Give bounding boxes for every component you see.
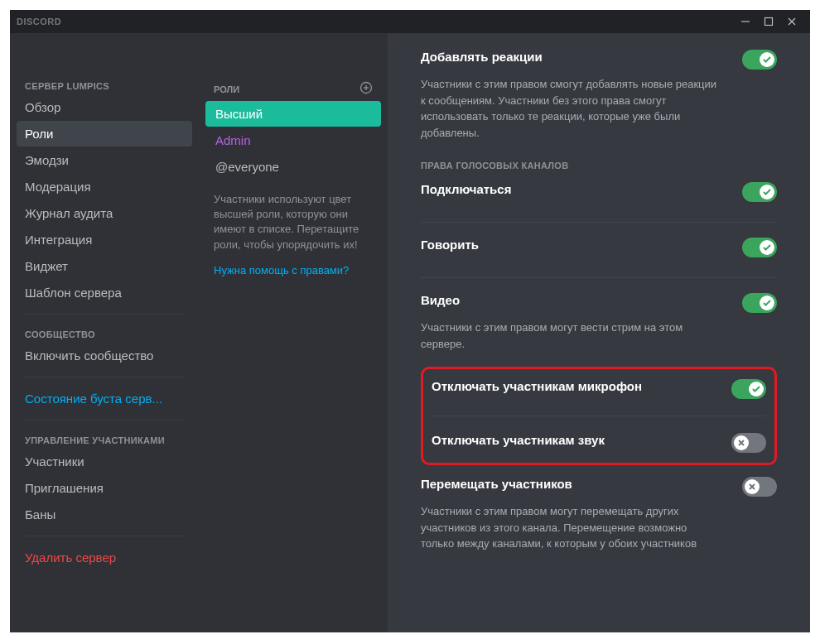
- svg-rect-1: [765, 18, 773, 26]
- role-item-highest[interactable]: Высший: [205, 101, 381, 127]
- perm-title: Отключать участникам микрофон: [432, 379, 642, 393]
- x-icon: [736, 438, 746, 448]
- toggle-connect[interactable]: [742, 182, 777, 202]
- permissions-panel: Добавлять реакции Участники с этим право…: [388, 33, 810, 632]
- nav-delete-server[interactable]: Удалить сервер: [17, 545, 192, 570]
- perm-title: Отключать участникам звук: [432, 433, 605, 447]
- perm-move-members: Перемещать участников Участники с этим п…: [421, 477, 777, 552]
- perm-desc: Участники с этим правом смогут добавлять…: [421, 76, 719, 141]
- check-icon: [762, 187, 772, 197]
- plus-circle-icon: [359, 81, 373, 94]
- roles-hint-text: Участники используют цвет высшей роли, к…: [205, 180, 381, 259]
- perm-title: Говорить: [421, 238, 479, 252]
- nav-roles[interactable]: Роли: [17, 121, 192, 147]
- role-item-admin[interactable]: Admin: [205, 127, 381, 153]
- check-icon: [762, 298, 772, 308]
- nav-boost-status[interactable]: Состояние буста серв...: [17, 386, 192, 411]
- perm-add-reactions: Добавлять реакции Участники с этим право…: [421, 50, 777, 141]
- nav-invites[interactable]: Приглашения: [17, 475, 192, 501]
- check-icon: [762, 243, 772, 252]
- perm-video: Видео Участники с этим правом могут вест…: [421, 293, 777, 352]
- nav-overview[interactable]: Обзор: [17, 94, 192, 120]
- roles-header-label: РОЛИ: [214, 84, 239, 94]
- highlight-annotation: Отключать участникам микрофон Отключать …: [421, 367, 777, 465]
- window-close-button[interactable]: [780, 12, 803, 31]
- window-maximize-button[interactable]: [757, 12, 780, 31]
- add-role-button[interactable]: [359, 81, 373, 98]
- perm-divider: [421, 222, 777, 223]
- role-item-everyone[interactable]: @everyone: [205, 154, 381, 180]
- content-area: СЕРВЕР LUMPICS Обзор Роли Эмодзи Модерац…: [10, 33, 810, 632]
- settings-sidebar: СЕРВЕР LUMPICS Обзор Роли Эмодзи Модерац…: [10, 33, 199, 632]
- perm-desc: Участники с этим правом могут перемещать…: [421, 503, 719, 552]
- nav-enable-community[interactable]: Включить сообщество: [17, 343, 192, 368]
- titlebar: DISCORD: [10, 10, 810, 33]
- sidebar-header-members: УПРАВЛЕНИЕ УЧАСТНИКАМИ: [17, 429, 192, 449]
- nav-integrations[interactable]: Интеграция: [17, 227, 192, 252]
- perm-connect: Подключаться: [421, 182, 777, 202]
- nav-divider: [25, 377, 184, 377]
- perm-title: Перемещать участников: [421, 477, 572, 491]
- perm-divider: [432, 416, 766, 416]
- nav-emoji[interactable]: Эмодзи: [17, 147, 192, 173]
- perm-desc: Участники с этим правом могут вести стри…: [421, 320, 719, 352]
- sidebar-header-community: СООБЩЕСТВО: [17, 323, 192, 343]
- window-minimize-button[interactable]: [734, 12, 757, 31]
- x-icon: [747, 482, 757, 492]
- check-icon: [762, 55, 772, 65]
- check-icon: [751, 384, 761, 394]
- minimize-icon: [740, 17, 750, 26]
- app-window: DISCORD ESC СЕРВЕР LUMPICS Обзор Роли Эм…: [10, 10, 810, 632]
- close-icon: [787, 17, 797, 26]
- nav-divider: [25, 420, 184, 421]
- sidebar-header-server: СЕРВЕР LUMPICS: [17, 74, 192, 94]
- nav-divider: [25, 314, 184, 315]
- toggle-add-reactions[interactable]: [742, 50, 777, 70]
- nav-moderation[interactable]: Модерация: [17, 174, 192, 199]
- brand-label: DISCORD: [17, 17, 61, 26]
- roles-panel: РОЛИ Высший Admin @everyone Участники ис…: [199, 33, 388, 632]
- perm-divider: [421, 277, 777, 278]
- nav-widget[interactable]: Виджет: [17, 253, 192, 279]
- nav-audit-log[interactable]: Журнал аудита: [17, 200, 192, 226]
- toggle-video[interactable]: [742, 293, 777, 313]
- perm-mute-members: Отключать участникам микрофон: [432, 379, 766, 399]
- roles-header: РОЛИ: [205, 74, 381, 101]
- nav-bans[interactable]: Баны: [17, 502, 192, 527]
- perm-deafen-members: Отключать участникам звук: [432, 433, 766, 453]
- nav-members[interactable]: Участники: [17, 449, 192, 474]
- perm-title: Добавлять реакции: [421, 50, 543, 64]
- perm-title: Подключаться: [421, 182, 511, 196]
- maximize-icon: [764, 17, 774, 26]
- toggle-deafen-members[interactable]: [731, 433, 766, 453]
- nav-template[interactable]: Шаблон сервера: [17, 280, 192, 305]
- perm-speak: Говорить: [421, 238, 777, 257]
- roles-help-link[interactable]: Нужна помощь с правами?: [205, 259, 381, 281]
- toggle-mute-members[interactable]: [731, 379, 766, 399]
- perm-title: Видео: [421, 293, 460, 307]
- nav-divider: [25, 536, 184, 536]
- voice-permissions-header: ПРАВА ГОЛОСОВЫХ КАНАЛОВ: [421, 161, 777, 171]
- toggle-speak[interactable]: [742, 238, 777, 257]
- toggle-move-members[interactable]: [742, 477, 777, 497]
